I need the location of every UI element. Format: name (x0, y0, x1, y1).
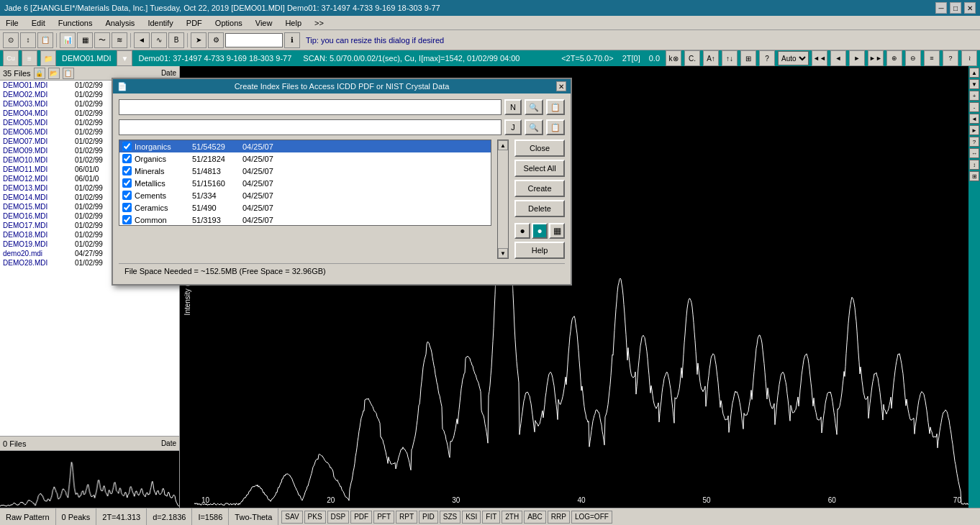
toolbar2-right-btn[interactable]: A↑ (703, 50, 719, 66)
toolbar2-right-btn[interactable]: k⊗ (666, 50, 681, 66)
dialog-field2-j-btn[interactable]: J (504, 119, 522, 135)
toolbar-btn3[interactable]: 📋 (37, 32, 53, 48)
toolbar-arrow-btn[interactable]: ➤ (191, 32, 207, 48)
file-list-btn3[interactable]: 📋 (63, 68, 74, 79)
window-controls[interactable]: ─ □ ✕ (935, 2, 976, 14)
toolbar2-nav-btn[interactable]: ⊖ (905, 50, 921, 66)
toolbar2-nav-btn[interactable]: ⊕ (886, 50, 902, 66)
dialog-list-item[interactable]: Cements51/33404/25/07 (119, 189, 491, 201)
scroll-up-btn[interactable]: ▲ (498, 140, 508, 150)
strip-btn8[interactable]: ↔ (969, 148, 979, 158)
dialog-list-item[interactable]: Inorganics51/5452904/25/07 (119, 140, 491, 152)
range-select[interactable]: Auto (778, 51, 809, 65)
menu-pdf[interactable]: PDF (183, 18, 205, 28)
strip-btn10[interactable]: ⊞ (969, 171, 979, 181)
menu-options[interactable]: Options (212, 18, 245, 28)
toolbar2-right-btn[interactable]: ⊞ (740, 50, 756, 66)
dialog-field2[interactable]: d:\program files (x86)\mdi jade 6\pdf\ (119, 119, 502, 135)
status-btn-szs[interactable]: SZS (440, 511, 460, 524)
minimize-button[interactable]: ─ (935, 2, 947, 14)
strip-btn7[interactable]: ? (969, 137, 979, 147)
toolbar-gear-btn[interactable]: ⚙ (208, 32, 224, 48)
help-btn[interactable]: Help (514, 242, 565, 259)
element-selector[interactable]: Cu (3, 50, 19, 66)
toolbar-home-btn[interactable]: ⊙ (3, 32, 19, 48)
dialog-field2-search-btn[interactable]: 🔍 (525, 119, 543, 135)
toolbar-input[interactable]: 00-0000 (225, 33, 283, 47)
create-btn[interactable]: Create (514, 180, 565, 197)
toolbar2-nav-btn[interactable]: ◄◄ (812, 50, 827, 66)
toolbar2-nav-btn[interactable]: ? (943, 50, 958, 66)
dialog-list-item[interactable]: Minerals51/481304/25/07 (119, 165, 491, 177)
strip-btn2[interactable]: ▼ (969, 79, 979, 89)
toolbar-btn2[interactable]: ↕ (20, 32, 36, 48)
toolbar2-right-btn[interactable]: C. (684, 50, 700, 66)
scroll-down-btn[interactable]: ▼ (498, 248, 508, 258)
status-btn-dsp[interactable]: DSP (327, 511, 350, 524)
dlg-icon-btn1[interactable]: ● (514, 223, 530, 239)
dialog-checklist[interactable]: Inorganics51/5452904/25/07Organics51/218… (119, 140, 491, 226)
status-btn-2th[interactable]: 2TH (502, 511, 522, 524)
status-btn-pft[interactable]: PFT (373, 511, 394, 524)
maximize-button[interactable]: □ (950, 2, 961, 14)
toolbar2-btn3[interactable]: 📁 (40, 50, 56, 66)
dialog-item-checkbox[interactable] (122, 215, 132, 224)
status-btn-log=off[interactable]: LOG=OFF (571, 511, 612, 524)
dialog-item-checkbox[interactable] (122, 154, 132, 163)
dialog-field1[interactable]: d:\pdf2\pdf2.dat (2004, Sets 1-54) (119, 99, 502, 115)
toolbar-wave-btn[interactable]: 〜 (94, 32, 110, 48)
toolbar-wave2-btn[interactable]: ∿ (151, 32, 167, 48)
status-btn-abc[interactable]: ABC (524, 511, 546, 524)
toolbar2-nav-btn[interactable]: ◄ (830, 50, 846, 66)
status-btn-ksi[interactable]: KSI (462, 511, 481, 524)
toolbar-nav-btn[interactable]: ◄ (134, 32, 150, 48)
menu-more[interactable]: >> (312, 18, 327, 28)
toolbar-btn7[interactable]: ≋ (112, 32, 127, 48)
dialog-scrollbar[interactable]: ▲ ▼ (497, 140, 509, 259)
dialog-list-item[interactable]: Ceramics51/49004/25/07 (119, 201, 491, 214)
dialog-item-checkbox[interactable] (122, 203, 132, 212)
menu-view[interactable]: View (253, 18, 276, 28)
dialog-list-item[interactable]: Organics51/2182404/25/07 (119, 152, 491, 165)
status-btn-rpt[interactable]: RPT (396, 511, 417, 524)
menu-identify[interactable]: Identify (145, 18, 176, 28)
toolbar2-nav-btn[interactable]: ►► (868, 50, 884, 66)
toolbar2-nav-btn[interactable]: ► (849, 50, 865, 66)
status-btn-pid[interactable]: PID (419, 511, 438, 524)
dlg-icon-btn3[interactable]: ▦ (549, 223, 565, 239)
strip-btn1[interactable]: ▲ (969, 68, 979, 78)
strip-btn4[interactable]: - (969, 102, 979, 112)
create-index-dialog[interactable]: 📄 Create Index Files to Access ICDD PDF … (112, 78, 572, 286)
menu-functions[interactable]: Functions (55, 18, 96, 28)
dialog-item-checkbox[interactable] (122, 166, 132, 175)
status-btn-sav[interactable]: SAV (281, 511, 302, 524)
toolbar-chart-btn[interactable]: 📊 (60, 32, 76, 48)
strip-btn9[interactable]: ↕ (969, 160, 979, 170)
toolbar-info-btn[interactable]: ℹ (284, 32, 300, 48)
dialog-list-item[interactable]: Common51/319304/25/07 (119, 214, 491, 226)
toolbar2-right-btn[interactable]: ↑↓ (722, 50, 738, 66)
delete-btn[interactable]: Delete (514, 200, 565, 217)
file-list-btn1[interactable]: 🔒 (34, 68, 45, 79)
strip-btn6[interactable]: ► (969, 125, 979, 135)
toolbar2-nav[interactable]: ▼ (117, 50, 132, 66)
dialog-item-checkbox[interactable] (122, 142, 132, 151)
menu-edit[interactable]: Edit (29, 18, 48, 28)
file-list-btn2[interactable]: 📂 (48, 68, 60, 79)
toolbar-bar-btn[interactable]: ▦ (77, 32, 93, 48)
close-button[interactable]: ✕ (964, 2, 976, 14)
menu-file[interactable]: File (3, 18, 22, 28)
dialog-list-item[interactable]: Metallics51/1516004/25/07 (119, 177, 491, 189)
toolbar2-right-btn[interactable]: ? (759, 50, 775, 66)
status-btn-fit[interactable]: FIT (482, 511, 500, 524)
toolbar2-nav-btn[interactable]: ≡ (924, 50, 940, 66)
strip-btn5[interactable]: ◄ (969, 114, 979, 124)
menu-help[interactable]: Help (282, 18, 304, 28)
close-dialog-btn[interactable]: Close (514, 140, 565, 157)
toolbar2-btn2[interactable]: ≡ (22, 50, 37, 66)
status-btn-pks[interactable]: PKS (304, 511, 326, 524)
strip-btn3[interactable]: + (969, 91, 979, 101)
dialog-item-checkbox[interactable] (122, 191, 132, 200)
dialog-field1-browse-btn[interactable]: N (504, 99, 522, 115)
toolbar-label-btn[interactable]: B (168, 32, 184, 48)
